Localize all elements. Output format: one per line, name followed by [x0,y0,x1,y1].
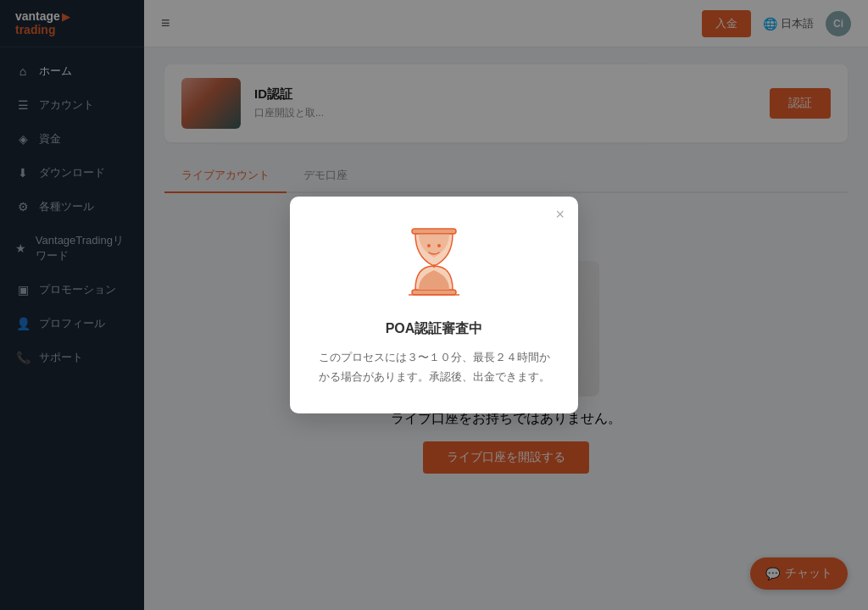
modal-close-button[interactable]: × [555,207,565,222]
modal-description: このプロセスには３〜１０分、最長２４時間かかる場合があります。承認後、出金できま… [314,348,554,385]
hourglass-icon [400,224,468,303]
modal-overlay: × [0,0,868,610]
svg-point-2 [427,244,431,247]
svg-rect-1 [412,290,456,295]
svg-point-3 [437,244,441,247]
svg-rect-0 [412,229,456,234]
poa-modal: × [290,197,578,413]
modal-title: POA認証審査中 [386,320,483,338]
